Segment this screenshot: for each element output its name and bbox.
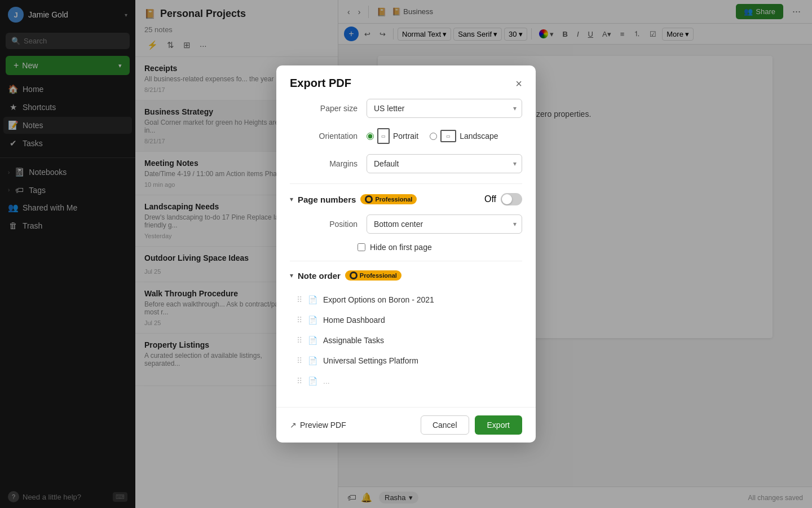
margins-select-wrapper: Default None Minimum Maximum ▾ xyxy=(367,154,522,173)
note-order-item-label: Universal Settings Platform xyxy=(323,356,418,365)
page-numbers-toggle[interactable] xyxy=(501,193,522,205)
note-order-note-icon: 📄 xyxy=(308,336,317,345)
preview-icon: ↗ xyxy=(290,421,297,430)
note-order-note-icon: 📄 xyxy=(308,316,317,325)
page-numbers-section: ▾ Page numbers Professional Off Posit xyxy=(290,193,522,252)
margins-label: Margins xyxy=(290,159,358,168)
note-order-item[interactable]: ⠿ 📄 Universal Settings Platform xyxy=(290,351,522,371)
page-numbers-pro-label: Professional xyxy=(375,196,412,203)
note-order-chevron-icon: ▾ xyxy=(290,271,293,279)
paper-size-row: Paper size US letter A4 A5 ▾ xyxy=(290,99,522,118)
export-pdf-modal: Export PDF × Paper size US letter A4 A5 … xyxy=(276,65,536,443)
position-select[interactable]: Bottom center Bottom left Bottom right T… xyxy=(367,214,522,234)
note-order-item[interactable]: ⠿ 📄 Home Dashboard xyxy=(290,310,522,330)
drag-handle-icon: ⠿ xyxy=(297,316,302,325)
landscape-option[interactable]: ▭ Landscape xyxy=(430,130,498,142)
landscape-icon: ▭ xyxy=(440,130,456,142)
note-order-item[interactable]: ⠿ 📄 ... xyxy=(290,371,522,391)
orientation-radio-group: ▭ Portrait ▭ Landscape xyxy=(367,128,522,144)
note-order-item-label: Assignable Tasks xyxy=(323,336,384,345)
note-order-item[interactable]: ⠿ 📄 Assignable Tasks xyxy=(290,330,522,351)
drag-handle-icon: ⠿ xyxy=(297,376,302,386)
note-order-header[interactable]: ▾ Note order Professional xyxy=(290,270,522,281)
modal-overlay[interactable]: Export PDF × Paper size US letter A4 A5 … xyxy=(0,0,812,508)
preview-pdf-label: Preview PDF xyxy=(300,421,346,430)
preview-pdf-link[interactable]: ↗ Preview PDF xyxy=(290,421,346,430)
note-order-item-label: ... xyxy=(323,376,330,386)
note-order-note-icon: 📄 xyxy=(308,295,317,304)
note-order-pro-badge: Professional xyxy=(345,270,401,281)
note-order-item-label: Home Dashboard xyxy=(323,316,385,325)
position-select-wrapper: Bottom center Bottom left Bottom right T… xyxy=(367,214,522,234)
portrait-option[interactable]: ▭ Portrait xyxy=(367,128,418,144)
note-order-note-icon: 📄 xyxy=(308,376,317,386)
landscape-radio[interactable] xyxy=(430,133,437,140)
note-order-list: ⠿ 📄 Export Options on Boron - 2021 ⠿ 📄 H… xyxy=(290,290,522,396)
hide-first-page-checkbox[interactable] xyxy=(358,243,365,251)
page-numbers-pro-badge: Professional xyxy=(360,194,417,204)
page-numbers-title: Page numbers xyxy=(298,195,356,204)
position-label: Position xyxy=(290,220,358,229)
landscape-label: Landscape xyxy=(460,132,498,141)
page-numbers-chevron-icon: ▾ xyxy=(290,195,293,203)
orientation-row: Orientation ▭ Portrait ▭ Landscape xyxy=(290,128,522,144)
hide-first-page-label: Hide on first page xyxy=(370,243,432,252)
drag-handle-icon: ⠿ xyxy=(297,295,302,304)
modal-close-button[interactable]: × xyxy=(515,78,522,89)
note-order-title: Note order xyxy=(298,271,341,281)
note-order-item-label: Export Options on Boron - 2021 xyxy=(323,295,434,304)
footer-buttons: Cancel Export xyxy=(421,415,522,435)
export-button[interactable]: Export xyxy=(475,415,522,435)
modal-title: Export PDF xyxy=(290,77,351,90)
portrait-icon: ▭ xyxy=(377,128,390,144)
note-order-pro-label: Professional xyxy=(360,272,397,279)
margins-row: Margins Default None Minimum Maximum ▾ xyxy=(290,154,522,173)
modal-footer: ↗ Preview PDF Cancel Export xyxy=(276,407,536,443)
paper-size-label: Paper size xyxy=(290,104,358,113)
hide-first-page-row: Hide on first page xyxy=(290,243,522,252)
toggle-off-label: Off xyxy=(484,194,496,204)
note-order-note-icon: 📄 xyxy=(308,356,317,365)
orientation-label: Orientation xyxy=(290,132,358,141)
position-row: Position Bottom center Bottom left Botto… xyxy=(290,214,522,234)
cancel-button[interactable]: Cancel xyxy=(421,415,469,435)
modal-body: Paper size US letter A4 A5 ▾ Orientation xyxy=(276,99,536,407)
paper-size-select[interactable]: US letter A4 A5 xyxy=(367,99,522,118)
drag-handle-icon: ⠿ xyxy=(297,356,302,365)
margins-select[interactable]: Default None Minimum Maximum xyxy=(367,154,522,173)
modal-header: Export PDF × xyxy=(276,65,536,99)
page-numbers-header[interactable]: ▾ Page numbers Professional xyxy=(290,194,417,204)
note-order-item[interactable]: ⠿ 📄 Export Options on Boron - 2021 xyxy=(290,290,522,310)
portrait-radio[interactable] xyxy=(367,133,374,140)
paper-size-select-wrapper: US letter A4 A5 ▾ xyxy=(367,99,522,118)
page-numbers-toggle-row: Off xyxy=(484,193,522,205)
drag-handle-icon: ⠿ xyxy=(297,336,302,345)
portrait-label: Portrait xyxy=(393,132,418,141)
note-order-section: ▾ Note order Professional ⠿ 📄 Export Opt… xyxy=(290,270,522,396)
